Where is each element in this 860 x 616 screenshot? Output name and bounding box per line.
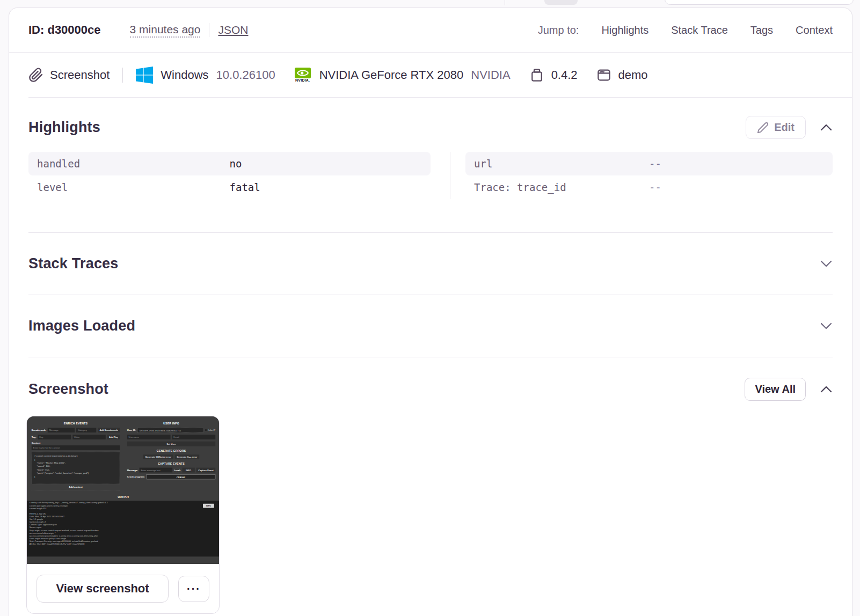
mini-breadcrumb-label: Breadcrumb: xyxy=(32,429,46,431)
mini-tag-label: Tag: xyxy=(32,436,37,438)
kv-value: -- xyxy=(649,181,661,193)
kv-value: fatal xyxy=(230,181,260,193)
page-top-cutoff xyxy=(0,0,860,8)
highlights-title: Highlights xyxy=(28,119,100,136)
windows-logo-icon xyxy=(136,67,153,84)
view-all-button[interactable]: View All xyxy=(745,378,806,401)
context-divider xyxy=(122,68,123,83)
package-icon xyxy=(529,67,545,83)
paperclip-icon xyxy=(28,68,43,83)
mini-add-breadcrumb-button: Add Breadcrumb xyxy=(98,428,120,432)
jump-link-stack-trace[interactable]: Stack Trace xyxy=(671,24,728,36)
mini-email-input: Email xyxy=(172,435,215,439)
kv-key: Trace: trace_id xyxy=(474,181,649,193)
edit-label: Edit xyxy=(774,121,795,134)
kv-value: no xyxy=(230,158,242,170)
mini-gdscript-error-button: Generate GDScript error xyxy=(143,454,173,459)
kv-row-handled: handled no xyxy=(28,152,431,175)
mini-message-label: Message: xyxy=(127,469,138,472)
cutoff-pill xyxy=(544,0,578,5)
mini-level-dropdown: INFO xyxy=(183,468,195,473)
images-loaded-expand-chevron-down[interactable] xyxy=(820,322,833,330)
kv-row-trace-id: Trace: trace_id -- xyxy=(465,175,833,199)
images-loaded-title: Images Loaded xyxy=(28,318,135,334)
event-detail-card: ID: d30000ce 3 minutes ago JSON Jump to:… xyxy=(9,8,852,616)
os-name: Windows xyxy=(161,68,208,82)
highlights-kv-right: url -- Trace: trace_id -- xyxy=(450,152,833,199)
mini-app-screenshot: ENRICH EVENTS Breadcrumb: Message Catego… xyxy=(27,416,219,564)
highlights-kv-table: handled no level fatal url -- Trace: tra… xyxy=(28,152,833,199)
mini-infer-ip-label: Infer IP xyxy=(208,429,215,431)
mini-key-input: Key xyxy=(38,435,71,439)
event-id: ID: d30000ce xyxy=(28,23,101,37)
screenshot-more-options-button[interactable]: ··· xyxy=(178,576,209,602)
kv-row-level: level fatal xyxy=(28,175,431,199)
event-header: ID: d30000ce 3 minutes ago JSON Jump to:… xyxy=(9,8,852,53)
kv-key: handled xyxy=(37,158,230,170)
mini-capture-message-input: Enter message text xyxy=(140,468,173,473)
images-loaded-section: Images Loaded xyxy=(9,295,852,357)
kv-row-url: url -- xyxy=(465,152,833,175)
nvidia-logo-icon: NVIDIA. xyxy=(294,68,312,82)
mini-enrich-title: ENRICH EVENTS xyxy=(32,422,120,425)
mini-category-input: Category xyxy=(76,428,96,432)
context-os: Windows 10.0.26100 xyxy=(136,67,275,84)
mini-context-name-input: Enter name for the context xyxy=(32,445,120,450)
jump-link-highlights[interactable]: Highlights xyxy=(601,24,648,36)
stack-traces-expand-chevron-down[interactable] xyxy=(820,260,833,268)
screenshot-tag-label: Screenshot xyxy=(50,68,110,82)
context-screenshot[interactable]: Screenshot xyxy=(28,68,110,83)
highlights-kv-left: handled no level fatal xyxy=(28,152,431,199)
view-screenshot-button[interactable]: View screenshot xyxy=(37,575,169,603)
mini-add-context-button: Add context xyxy=(32,484,120,490)
mini-context-code-editor: # custom context expressed as a dictiona… xyxy=(32,452,120,484)
ellipsis-icon: ··· xyxy=(187,583,201,595)
kv-key: url xyxy=(474,158,649,170)
header-separator xyxy=(209,23,209,37)
event-timestamp-link[interactable]: 3 minutes ago xyxy=(130,23,201,38)
highlights-collapse-chevron-up[interactable] xyxy=(820,123,833,131)
json-link[interactable]: JSON xyxy=(218,24,248,36)
mini-set-user-button: Set User xyxy=(127,442,215,446)
kv-value: -- xyxy=(649,158,661,170)
jump-link-context[interactable]: Context xyxy=(796,24,833,36)
mini-message-input: Message xyxy=(48,428,75,432)
terminal-line: Alt-Svc: h3=":443"; ma=2592000,h3-29=":4… xyxy=(30,543,217,546)
screenshot-card-footer: View screenshot ··· xyxy=(27,564,219,613)
stack-traces-title: Stack Traces xyxy=(28,255,119,272)
context-release: 0.4.2 xyxy=(529,67,578,83)
os-version: 10.0.26100 xyxy=(216,68,275,82)
screenshot-thumbnail-image[interactable]: ENRICH EVENTS Breadcrumb: Message Catego… xyxy=(27,416,219,564)
screenshot-section: Screenshot View All xyxy=(9,357,852,401)
nvidia-wordmark: NVIDIA. xyxy=(295,78,310,82)
mini-info-badge: INFO xyxy=(203,504,214,508)
screenshot-collapse-chevron-up[interactable] xyxy=(820,385,833,393)
pencil-icon xyxy=(757,122,769,134)
context-bar: Screenshot Windows 10.0.26100 NVIDIA. NV… xyxy=(9,53,852,97)
jump-to-label: Jump to: xyxy=(538,24,579,36)
mini-context-label: Context xyxy=(32,442,120,444)
mini-user-panel: USER INFO User ID: a9c35f9f-290b-471d-8b… xyxy=(127,420,215,490)
gpu-vendor: NVIDIA xyxy=(471,68,510,82)
jump-to-nav: Jump to: Highlights Stack Trace Tags Con… xyxy=(538,24,833,36)
app-name: demo xyxy=(618,68,648,82)
view-screenshot-label: View screenshot xyxy=(56,582,149,596)
view-all-label: View All xyxy=(755,383,796,395)
mini-crash-button: CRASH! xyxy=(147,474,216,479)
mini-output-terminal: INFO x-sentry-auth:Sentry sentry_key=...… xyxy=(27,501,219,556)
context-gpu: NVIDIA. NVIDIA GeForce RTX 2080 NVIDIA xyxy=(294,68,511,82)
cutoff-divider xyxy=(505,0,505,5)
release-version: 0.4.2 xyxy=(551,68,578,82)
context-app: demo xyxy=(596,67,648,83)
gpu-name: NVIDIA GeForce RTX 2080 xyxy=(319,68,464,82)
edit-highlights-button[interactable]: Edit xyxy=(746,116,806,139)
cutoff-panel-edge xyxy=(665,0,854,5)
mini-crash-label: Crash program: xyxy=(127,475,145,478)
kv-key: level xyxy=(37,181,230,193)
app-window-icon xyxy=(596,67,612,83)
mini-generate-errors-title: GENERATE ERRORS xyxy=(127,449,215,452)
highlights-section: Highlights Edit handled no level f xyxy=(9,98,852,199)
screenshot-title: Screenshot xyxy=(28,381,108,398)
jump-link-tags[interactable]: Tags xyxy=(750,24,773,36)
mini-add-tag-button: Add Tag xyxy=(107,435,120,439)
